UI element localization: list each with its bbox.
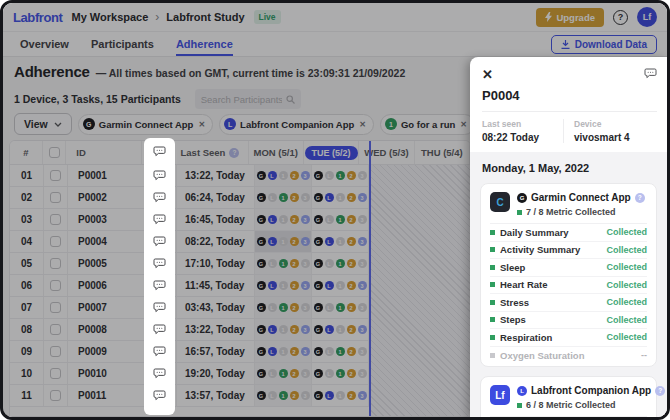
metric-status: Collected: [606, 262, 647, 272]
app-window: Labfront My Workspace › Labfront Study L…: [0, 0, 670, 420]
comment-icon[interactable]: [153, 390, 166, 401]
comment-icon[interactable]: [153, 302, 166, 313]
metric-status: Collected: [606, 315, 647, 325]
metric-row: Heart Rate Collected: [490, 277, 647, 295]
metric-name: Respiration: [500, 332, 552, 343]
metric-list: Daily Summary Collected Activity Summary…: [490, 224, 647, 364]
metric-name: Steps: [500, 314, 526, 325]
metric-row: Stress Collected: [490, 294, 647, 312]
metric-status: Collected: [606, 332, 647, 342]
comment-icon[interactable]: [153, 236, 166, 247]
metric-row: Daily Summary Collected: [490, 224, 647, 242]
comment-icon[interactable]: [644, 68, 657, 79]
participant-id-title: P0004: [482, 88, 657, 112]
metric-name: Activity Summary: [500, 244, 580, 255]
last-seen-value: 08:22 Today: [482, 132, 563, 143]
app-name: Labfront Companion App: [531, 385, 651, 396]
metric-bullet-icon: [490, 335, 495, 340]
comment-icon[interactable]: [153, 258, 166, 269]
metric-row: Respiration Collected: [490, 329, 647, 347]
metric-name: Stress: [500, 297, 529, 308]
comment-icon[interactable]: [153, 368, 166, 379]
metric-name: Heart Rate: [500, 279, 548, 290]
metric-row: Oxygen Saturation --: [490, 347, 647, 365]
metric-row: Sleep Collected: [490, 259, 647, 277]
comment-icon[interactable]: [153, 170, 166, 181]
device-value: vivosmart 4: [574, 132, 655, 143]
metric-name: Sleep: [500, 262, 525, 273]
comment-icon[interactable]: [644, 65, 657, 83]
metric-status: Collected: [606, 280, 647, 290]
metric-count: 6 / 8 Metric Collected: [517, 400, 665, 410]
metric-status: Collected: [606, 245, 647, 255]
metric-bullet-icon: [490, 247, 495, 252]
comment-icon[interactable]: [153, 324, 166, 335]
metric-bullet-icon: [490, 300, 495, 305]
comment-icon[interactable]: [153, 146, 166, 157]
metric-name: Oxygen Saturation: [500, 350, 584, 361]
close-icon[interactable]: ✕: [482, 68, 493, 81]
metric-bullet-icon: [490, 317, 495, 322]
metric-status: Collected: [606, 297, 647, 307]
comment-icon[interactable]: [153, 346, 166, 357]
app-cards: C G Garmin Connect App ? 7 / 8 Metric Co…: [480, 183, 657, 417]
metric-bullet-icon: [490, 282, 495, 287]
metric-bullet-icon: [490, 230, 495, 235]
comment-icon[interactable]: [153, 280, 166, 291]
help-icon[interactable]: ?: [655, 386, 665, 396]
app-name: Garmin Connect App: [531, 192, 631, 203]
comment-icon[interactable]: [153, 192, 166, 203]
last-seen-label: Last seen: [482, 119, 563, 129]
garmin-connect-app-icon: G: [517, 193, 527, 203]
comment-icon[interactable]: [153, 214, 166, 225]
app-card-garmin-connect-app: C G Garmin Connect App ? 7 / 8 Metric Co…: [480, 183, 657, 367]
metric-row: Steps Collected: [490, 312, 647, 330]
date-header: Monday, 1 May, 2022: [482, 162, 657, 174]
labfront-companion-app-app-icon: Lf: [490, 385, 510, 405]
participant-detail-panel: ✕ P0004 Last seen 08:22 Today Device viv…: [470, 57, 667, 417]
metric-row: Activity Summary Collected: [490, 242, 647, 260]
help-icon[interactable]: ?: [635, 193, 645, 203]
garmin-connect-app-app-icon: C: [490, 192, 510, 212]
metric-status: --: [641, 350, 647, 360]
metric-status: Collected: [606, 227, 647, 237]
metric-name: Daily Summary: [500, 227, 569, 238]
app-card-labfront-companion-app: Lf L Labfront Companion App ? 6 / 8 Metr…: [480, 376, 657, 417]
metric-bullet-icon: [490, 265, 495, 270]
device-label: Device: [574, 119, 655, 129]
comment-column-highlight: [144, 138, 175, 415]
metric-count: 7 / 8 Metric Collected: [517, 207, 645, 217]
metric-bullet-icon: [490, 353, 495, 358]
labfront-companion-app-icon: L: [517, 386, 527, 396]
